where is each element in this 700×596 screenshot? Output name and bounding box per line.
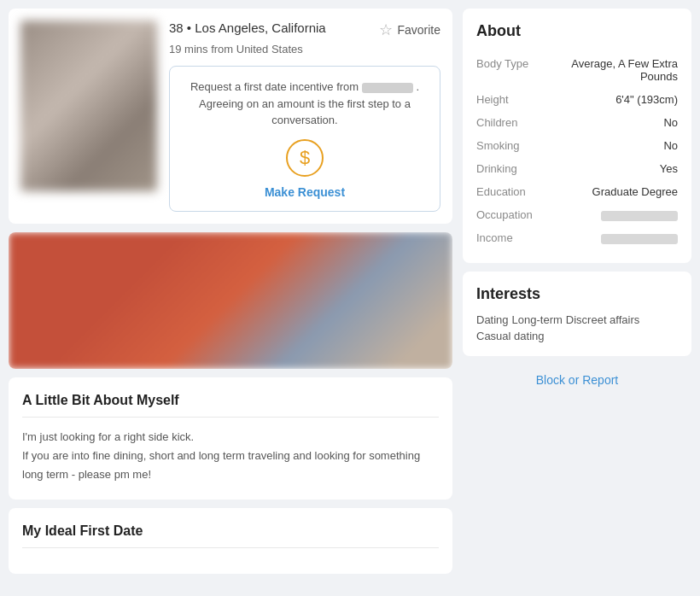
income-redacted <box>601 234 678 244</box>
about-row-drinking: Drinking Yes <box>476 157 678 180</box>
about-row-smoking: Smoking No <box>476 134 678 157</box>
profile-photo <box>20 20 157 191</box>
about-myself-card: A Little Bit About Myself I'm just looki… <box>9 377 452 500</box>
date-request-text: Request a first date incentive from . Ag… <box>184 79 426 129</box>
about-row-children: Children No <box>476 111 678 134</box>
about-row-education: Education Graduate Degree <box>476 180 678 203</box>
ideal-first-date-heading: My Ideal First Date <box>22 523 439 539</box>
about-value-smoking: No <box>545 139 678 152</box>
left-column: 38 • Los Angeles, California ☆ Favorite … <box>9 9 452 574</box>
right-column: About Body Type Average, A Few Extra Pou… <box>463 9 691 574</box>
about-value-drinking: Yes <box>545 162 678 175</box>
block-report-panel: Block or Report <box>463 365 691 395</box>
profile-name-age: 38 • Los Angeles, California <box>169 20 326 35</box>
dollar-icon: $ <box>300 147 310 169</box>
interest-tag-casual: Casual dating <box>476 330 678 342</box>
about-label-children: Children <box>476 116 545 129</box>
about-myself-divider <box>22 417 439 418</box>
about-value-bodytype: Average, A Few Extra Pounds <box>545 57 678 83</box>
favorite-label: Favorite <box>397 23 440 37</box>
block-report-button[interactable]: Block or Report <box>536 373 618 387</box>
about-value-occupation <box>545 208 678 221</box>
about-label-height: Height <box>476 93 545 106</box>
dollar-icon-wrapper: $ <box>286 139 324 177</box>
make-request-button[interactable]: Make Request <box>265 185 345 199</box>
occupation-redacted <box>601 211 678 221</box>
about-row-bodytype: Body Type Average, A Few Extra Pounds <box>476 52 678 88</box>
about-label-occupation: Occupation <box>476 208 545 221</box>
photo-gallery-card <box>9 232 452 369</box>
about-value-height: 6'4" (193cm) <box>545 93 678 106</box>
interests-tags: Dating Long-term Discreet affairs Casual… <box>476 313 678 342</box>
about-panel-title: About <box>476 22 678 40</box>
about-panel: About Body Type Average, A Few Extra Pou… <box>463 9 691 263</box>
interests-panel: Interests Dating Long-term Discreet affa… <box>463 272 691 356</box>
about-value-children: No <box>545 116 678 129</box>
about-row-height: Height 6'4" (193cm) <box>476 88 678 111</box>
about-label-income: Income <box>476 231 545 244</box>
profile-header: 38 • Los Angeles, California ☆ Favorite <box>169 20 440 39</box>
about-value-education: Graduate Degree <box>545 185 678 198</box>
profile-info: 38 • Los Angeles, California ☆ Favorite … <box>169 20 440 212</box>
interests-panel-title: Interests <box>476 285 678 303</box>
star-icon: ☆ <box>379 20 393 39</box>
profile-location: 19 mins from United States <box>169 43 440 56</box>
interest-tag-longterm: Long-term <box>512 313 563 326</box>
about-row-income: Income <box>476 226 678 249</box>
about-myself-text: I'm just looking for a right side kick. … <box>22 428 439 484</box>
date-request-box: Request a first date incentive from . Ag… <box>169 66 440 212</box>
about-myself-heading: A Little Bit About Myself <box>22 393 439 408</box>
about-row-occupation: Occupation <box>476 203 678 226</box>
about-value-income <box>545 231 678 244</box>
profile-card: 38 • Los Angeles, California ☆ Favorite … <box>9 9 452 224</box>
interest-tag-discreet: Discreet affairs <box>566 313 639 326</box>
about-label-bodytype: Body Type <box>476 57 545 70</box>
redacted-name <box>362 83 413 93</box>
photo-gallery-image <box>9 232 452 369</box>
favorite-button[interactable]: ☆ Favorite <box>379 20 440 39</box>
interest-tag-dating: Dating <box>476 313 509 326</box>
ideal-first-date-divider <box>22 547 439 548</box>
about-label-education: Education <box>476 185 545 198</box>
about-label-drinking: Drinking <box>476 162 545 175</box>
about-label-smoking: Smoking <box>476 139 545 152</box>
ideal-first-date-card: My Ideal First Date <box>9 508 452 574</box>
